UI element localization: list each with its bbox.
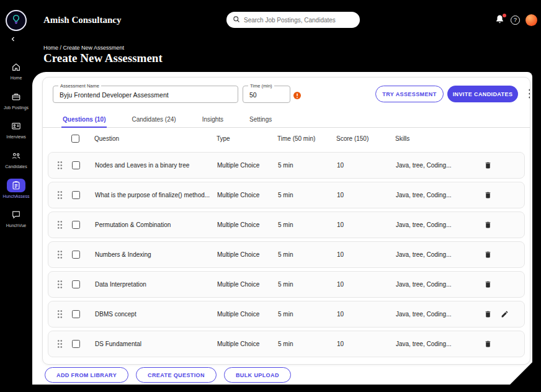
question-link[interactable]: Nodes and Leaves in a binary tree bbox=[95, 162, 189, 169]
drag-handle-icon[interactable] bbox=[57, 310, 67, 319]
trash-icon bbox=[484, 340, 492, 348]
row-checkbox[interactable] bbox=[72, 280, 80, 288]
search-input[interactable] bbox=[244, 17, 354, 24]
question-type: Multiple Choice bbox=[217, 341, 278, 347]
notifications-button[interactable] bbox=[495, 14, 505, 25]
question-skills: Java, tree, Coding... bbox=[396, 281, 484, 288]
invite-candidates-button[interactable]: INVITE CANDIDATES bbox=[447, 86, 518, 102]
question-time: 5 min bbox=[278, 311, 337, 318]
question-skills: Java, tree, Coding... bbox=[396, 341, 484, 347]
column-header-time: Time (50 min) bbox=[277, 135, 336, 142]
row-checkbox[interactable] bbox=[72, 221, 80, 229]
question-row: DS Fundamental Multiple Choice 5 min 10 … bbox=[48, 331, 525, 357]
help-button[interactable]: ? bbox=[511, 16, 520, 25]
question-row: Data Interpretation Multiple Choice 5 mi… bbox=[48, 271, 525, 298]
app-logo[interactable] bbox=[6, 10, 27, 31]
drag-handle-icon[interactable] bbox=[57, 161, 67, 170]
drag-handle-icon[interactable] bbox=[57, 339, 67, 349]
sidebar-item-job-postings[interactable]: Job Postings bbox=[0, 90, 32, 110]
delete-button[interactable] bbox=[484, 161, 492, 169]
tab-settings[interactable]: Settings bbox=[248, 114, 273, 127]
row-checkbox[interactable] bbox=[72, 251, 80, 259]
bell-icon bbox=[495, 16, 504, 27]
row-checkbox[interactable] bbox=[72, 191, 80, 199]
people-icon bbox=[7, 149, 25, 163]
bulk-upload-button[interactable]: BULK UPLOAD bbox=[224, 367, 291, 383]
avatar[interactable] bbox=[525, 14, 537, 26]
delete-button[interactable] bbox=[484, 221, 492, 229]
tab-questions[interactable]: Questions (10) bbox=[61, 114, 107, 128]
sidebar-item-home[interactable]: Home bbox=[0, 60, 32, 81]
sidebar-item-label: HunchVue bbox=[6, 223, 26, 228]
question-row: Nodes and Leaves in a binary tree Multip… bbox=[48, 152, 525, 179]
tab-candidates[interactable]: Candidates (24) bbox=[130, 114, 177, 127]
edit-button[interactable] bbox=[501, 310, 509, 318]
trash-icon bbox=[484, 280, 492, 288]
question-score: 10 bbox=[337, 251, 396, 258]
drag-handle-icon[interactable] bbox=[57, 250, 67, 259]
tabs: Questions (10)Candidates (24)InsightsSet… bbox=[43, 114, 530, 128]
create-question-button[interactable]: CREATE QUESTION bbox=[136, 367, 217, 383]
app-frame: HomeJob PostingsInterviewsCandidatesHunc… bbox=[0, 0, 541, 392]
sidebar-item-candidates[interactable]: Candidates bbox=[0, 149, 32, 169]
question-time: 5 min bbox=[278, 251, 337, 258]
question-time: 5 min bbox=[278, 192, 337, 198]
add-from-library-button[interactable]: ADD FROM LIBRARY bbox=[45, 367, 128, 383]
question-link[interactable]: DS Fundamental bbox=[95, 341, 141, 347]
tab-insights[interactable]: Insights bbox=[201, 114, 225, 127]
try-assessment-button[interactable]: TRY ASSESSMENT bbox=[375, 86, 444, 102]
question-type: Multiple Choice bbox=[217, 221, 278, 228]
topbar: Amish Consultancy ? bbox=[32, 0, 541, 40]
column-header-question: Question bbox=[94, 135, 217, 142]
drag-handle-icon[interactable] bbox=[57, 280, 67, 289]
question-link[interactable]: Data Interpretation bbox=[95, 281, 146, 288]
drag-handle-icon[interactable] bbox=[57, 190, 67, 200]
question-link[interactable]: Numbers & Indexing bbox=[95, 251, 151, 258]
question-link[interactable]: Permutation & Combination bbox=[95, 221, 171, 228]
company-name: Amish Consultancy bbox=[43, 15, 121, 25]
sidebar-item-hunchassess[interactable]: HunchAssess bbox=[0, 179, 32, 199]
assessment-name-label: Assessment Name bbox=[58, 83, 101, 89]
delete-button[interactable] bbox=[484, 191, 492, 199]
sidebar-item-interviews[interactable]: Interviews bbox=[0, 119, 32, 140]
time-warning-icon[interactable] bbox=[293, 91, 301, 98]
assessment-icon bbox=[7, 179, 25, 192]
question-score: 10 bbox=[337, 221, 396, 228]
question-link[interactable]: DBMS concept bbox=[95, 311, 136, 318]
drag-handle-icon[interactable] bbox=[57, 220, 67, 229]
sidebar-nav: HomeJob PostingsInterviewsCandidatesHunc… bbox=[0, 60, 32, 228]
sidebar-item-label: Candidates bbox=[5, 164, 27, 169]
lightbulb-icon bbox=[11, 14, 22, 27]
column-header-type: Type bbox=[217, 135, 277, 142]
delete-button[interactable] bbox=[484, 280, 492, 288]
trash-icon bbox=[484, 251, 492, 259]
breadcrumb[interactable]: Home / Create New Assessment bbox=[43, 45, 124, 51]
kebab-icon bbox=[529, 89, 530, 99]
more-options-button[interactable] bbox=[528, 88, 530, 99]
row-checkbox[interactable] bbox=[72, 310, 80, 318]
question-time: 5 min bbox=[278, 281, 337, 288]
interview-card-icon bbox=[7, 119, 25, 133]
question-skills: Java, tree, Coding... bbox=[396, 192, 484, 198]
row-checkbox[interactable] bbox=[72, 340, 80, 348]
question-score: 10 bbox=[337, 311, 396, 318]
chevron-left-icon[interactable] bbox=[11, 33, 16, 44]
delete-button[interactable] bbox=[484, 310, 492, 318]
delete-button[interactable] bbox=[484, 340, 492, 348]
question-time: 5 min bbox=[278, 221, 337, 228]
select-all-checkbox[interactable] bbox=[71, 135, 79, 143]
question-type: Multiple Choice bbox=[217, 251, 278, 258]
assessment-name-field: Assessment Name bbox=[53, 86, 238, 103]
sidebar-item-hunchvue[interactable]: HunchVue bbox=[0, 208, 32, 228]
topbar-actions: ? bbox=[495, 0, 537, 40]
delete-button[interactable] bbox=[484, 251, 492, 259]
question-link[interactable]: What is the purpose of finalize() method… bbox=[95, 192, 210, 198]
question-type: Multiple Choice bbox=[217, 192, 278, 198]
question-type: Multiple Choice bbox=[217, 162, 278, 169]
trash-icon bbox=[484, 221, 492, 229]
trash-icon bbox=[484, 310, 492, 318]
column-header-skills: Skills bbox=[395, 135, 483, 142]
search-bar[interactable] bbox=[226, 12, 360, 28]
row-checkbox[interactable] bbox=[72, 161, 80, 169]
question-score: 10 bbox=[337, 192, 396, 198]
